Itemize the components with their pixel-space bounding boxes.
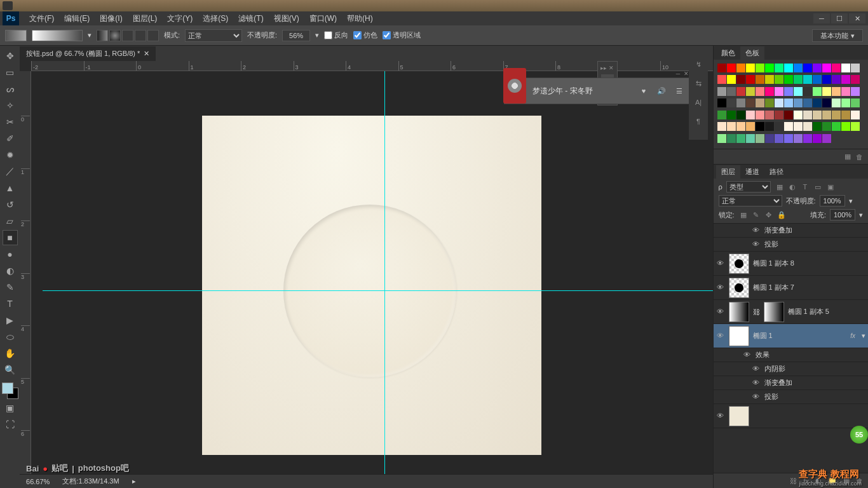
color-swatch[interactable] (727, 98, 736, 107)
color-swatch[interactable] (784, 111, 793, 119)
stamp-tool[interactable]: ▲ (3, 180, 18, 196)
filter-adjust-icon[interactable]: ◐ (787, 182, 797, 192)
color-swatch[interactable] (794, 87, 803, 96)
blur-tool[interactable]: ● (3, 247, 18, 262)
color-swatch[interactable] (736, 111, 745, 119)
opacity-dropdown-icon[interactable]: ▾ (315, 31, 319, 39)
visibility-toggle[interactable]: 👁 (716, 308, 725, 316)
dodge-tool[interactable]: ◐ (3, 263, 18, 278)
color-swatch[interactable] (813, 75, 822, 84)
visibility-toggle[interactable]: 👁 (716, 259, 725, 268)
color-swatch[interactable] (727, 122, 736, 131)
workspace-switcher[interactable]: 基本功能 ▾ (812, 29, 863, 42)
menu-item[interactable]: 窗口(W) (304, 11, 342, 26)
layer-row[interactable]: 👁 (714, 404, 868, 428)
status-dropdown-icon[interactable]: ▸ (132, 477, 136, 485)
color-swatch[interactable] (746, 75, 755, 84)
color-swatch[interactable] (765, 111, 774, 119)
color-swatch[interactable] (736, 134, 745, 143)
color-swatch[interactable] (727, 87, 736, 96)
panel-icon-1[interactable]: ↯ (691, 57, 705, 71)
color-swatch[interactable] (775, 75, 783, 84)
color-swatch[interactable] (775, 64, 783, 72)
fx-collapse-icon[interactable]: ▾ (862, 332, 865, 340)
color-swatch[interactable] (813, 111, 822, 119)
color-swatch[interactable] (822, 111, 831, 119)
color-swatch[interactable] (822, 134, 831, 143)
color-swatch[interactable] (746, 64, 755, 72)
color-swatch[interactable] (813, 87, 822, 96)
layer-blend-select[interactable]: 正常 (719, 195, 782, 207)
gradient-linear-btn[interactable] (97, 30, 108, 41)
crop-tool[interactable]: ✂ (3, 114, 18, 130)
menu-item[interactable]: 编辑(E) (59, 11, 95, 26)
layer-row[interactable]: 👁⛓椭圆 1 副本 5 (714, 300, 868, 324)
layer-name[interactable]: 椭圆 1 副本 8 (753, 259, 865, 268)
color-swatch[interactable] (765, 75, 774, 84)
panel-tab[interactable]: 图层 (716, 165, 740, 179)
layer-effect-row[interactable]: 👁效果 (714, 348, 868, 362)
color-swatch[interactable] (765, 98, 774, 107)
color-swatch[interactable] (736, 122, 745, 131)
color-swatch[interactable] (851, 87, 860, 96)
layer-row[interactable]: 👁椭圆 1 副本 7 (714, 276, 868, 300)
color-swatch[interactable] (784, 98, 793, 107)
color-swatch[interactable] (765, 134, 774, 143)
color-swatch[interactable] (832, 98, 841, 107)
visibility-toggle[interactable]: 👁 (716, 332, 725, 341)
layer-thumbnail[interactable] (729, 278, 749, 298)
music-playlist-icon[interactable]: ☰ (674, 85, 685, 97)
gradient-tool[interactable]: ■ (3, 230, 18, 245)
layer-opacity-input[interactable] (820, 195, 845, 207)
blend-mode-select[interactable]: 正常 (185, 29, 242, 42)
color-swatch[interactable] (813, 134, 822, 143)
shape-tool[interactable]: ⬭ (3, 329, 18, 344)
minimize-button[interactable]: ─ (813, 13, 830, 24)
color-swatch[interactable] (775, 134, 783, 143)
eraser-tool[interactable]: ▱ (3, 214, 18, 229)
screenmode-btn[interactable]: ⛶ (3, 417, 18, 432)
color-swatch[interactable] (717, 75, 726, 84)
panel-icon-paragraph[interactable]: ¶ (691, 114, 705, 128)
color-swatch[interactable] (736, 75, 745, 84)
color-swatch[interactable] (803, 87, 812, 96)
color-swatch[interactable] (717, 87, 726, 96)
color-swatch[interactable] (813, 122, 822, 131)
menu-item[interactable]: 图像(I) (95, 11, 127, 26)
color-swatch[interactable] (736, 87, 745, 96)
color-swatch[interactable] (803, 122, 812, 131)
history-brush-tool[interactable]: ↺ (3, 197, 18, 212)
fg-color-swatch[interactable] (2, 383, 13, 394)
fill-input[interactable] (830, 209, 855, 220)
color-swatch[interactable] (794, 111, 803, 119)
guide-vertical[interactable] (384, 71, 385, 488)
lasso-tool[interactable]: ᔕ (3, 81, 18, 97)
color-swatch[interactable] (803, 111, 812, 119)
color-swatch[interactable] (841, 64, 850, 72)
color-swatch[interactable] (794, 64, 803, 72)
color-swatch[interactable] (765, 87, 774, 96)
zoom-tool[interactable]: 🔍 (3, 362, 18, 377)
color-swatch[interactable] (822, 75, 831, 84)
color-swatch[interactable] (851, 64, 860, 72)
visibility-toggle[interactable]: 👁 (752, 226, 761, 235)
color-swatch[interactable] (736, 64, 745, 72)
path-select-tool[interactable]: ▶ (3, 313, 18, 328)
visibility-toggle[interactable]: 👁 (752, 379, 761, 388)
type-tool[interactable]: T (3, 296, 18, 311)
visibility-toggle[interactable]: 👁 (752, 365, 761, 374)
color-swatch[interactable] (822, 64, 831, 72)
filter-pixel-icon[interactable]: ▦ (775, 182, 785, 192)
color-swatch[interactable] (813, 98, 822, 107)
color-swatch[interactable] (746, 111, 755, 119)
layer-mask-thumbnail[interactable] (764, 302, 784, 322)
delete-swatch-icon[interactable]: 🗑 (856, 153, 863, 161)
music-album-badge[interactable] (503, 68, 526, 104)
filter-type-icon[interactable]: T (800, 182, 810, 192)
color-swatch[interactable] (746, 134, 755, 143)
menu-item[interactable]: 文字(Y) (162, 11, 198, 26)
opacity-input[interactable] (282, 30, 310, 41)
panel-tab[interactable]: 路径 (764, 165, 789, 179)
music-close-icon[interactable]: ✕ (684, 71, 689, 77)
color-swatch[interactable] (832, 87, 841, 96)
